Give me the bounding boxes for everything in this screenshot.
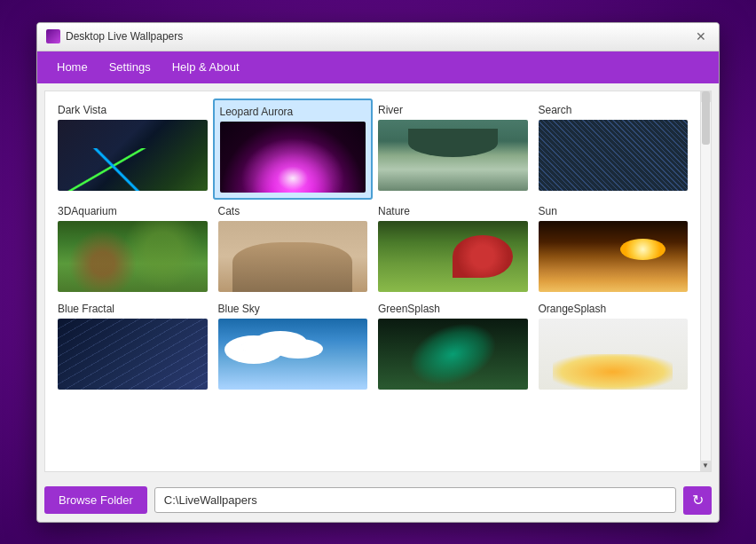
wallpaper-label-dark-vista: Dark Vista xyxy=(58,104,208,116)
wallpaper-label-green-splash: GreenSplash xyxy=(378,303,528,315)
wallpaper-label-cats: Cats xyxy=(218,205,368,217)
wallpaper-item-blue-sky[interactable]: Blue Sky xyxy=(213,297,374,395)
main-window: Desktop Live Wallpapers ✕ Home Settings … xyxy=(36,22,720,523)
wallpaper-label-orange-splash: OrangeSplash xyxy=(539,303,689,315)
menu-item-home[interactable]: Home xyxy=(46,55,98,79)
wallpaper-thumb-green-splash xyxy=(378,319,528,390)
wallpaper-item-orange-splash[interactable]: OrangeSplash xyxy=(533,297,694,395)
wallpaper-label-search: Search xyxy=(539,104,689,116)
wallpaper-item-3daquarium[interactable]: 3DAquarium xyxy=(52,200,213,297)
wallpaper-thumb-search xyxy=(539,120,689,191)
wallpaper-thumb-leopard-aurora xyxy=(220,122,366,193)
scroll-down-arrow[interactable]: ▼ xyxy=(700,461,711,471)
scrollbar-track: ▲ ▼ xyxy=(700,91,711,471)
window-icon xyxy=(46,29,60,43)
refresh-button[interactable]: ↻ xyxy=(683,486,712,515)
wallpaper-thumb-sun xyxy=(539,221,689,292)
wallpaper-thumb-cats xyxy=(218,221,368,292)
wallpaper-thumb-orange-splash xyxy=(539,319,689,390)
wallpaper-grid: Dark Vista Leopard Aurora River Search 3 xyxy=(45,91,700,402)
menu-item-help-about[interactable]: Help & About xyxy=(161,55,250,79)
wallpaper-item-sun[interactable]: Sun xyxy=(533,200,694,297)
wallpaper-label-river: River xyxy=(378,104,528,116)
wallpaper-thumb-river xyxy=(378,120,528,191)
wallpaper-thumb-dark-vista xyxy=(58,120,208,191)
content-inner: Dark Vista Leopard Aurora River Search 3 xyxy=(45,91,711,402)
wallpaper-item-dark-vista[interactable]: Dark Vista xyxy=(52,99,213,200)
wallpaper-label-sun: Sun xyxy=(539,205,689,217)
title-bar-left: Desktop Live Wallpapers xyxy=(46,29,183,43)
path-input[interactable] xyxy=(154,487,676,513)
wallpaper-label-3daquarium: 3DAquarium xyxy=(58,205,208,217)
wallpaper-thumb-nature xyxy=(378,221,528,292)
title-bar: Desktop Live Wallpapers ✕ xyxy=(37,23,719,51)
wallpaper-item-nature[interactable]: Nature xyxy=(373,200,533,297)
wallpaper-label-blue-sky: Blue Sky xyxy=(218,303,368,315)
close-button[interactable]: ✕ xyxy=(692,28,710,45)
wallpaper-item-river[interactable]: River xyxy=(373,99,533,200)
wallpaper-thumb-3daquarium xyxy=(58,221,208,292)
menu-bar: Home Settings Help & About xyxy=(37,51,719,83)
browse-folder-button[interactable]: Browse Folder xyxy=(44,486,147,514)
wallpaper-item-green-splash[interactable]: GreenSplash xyxy=(373,297,533,395)
wallpaper-grid-container: Dark Vista Leopard Aurora River Search 3 xyxy=(44,91,712,472)
wallpaper-label-blue-fractal: Blue Fractal xyxy=(58,303,208,315)
wallpaper-item-leopard-aurora[interactable]: Leopard Aurora xyxy=(213,99,374,200)
menu-item-settings[interactable]: Settings xyxy=(98,55,161,79)
bottom-bar: Browse Folder ↻ xyxy=(37,479,719,522)
wallpaper-thumb-blue-sky xyxy=(218,319,368,390)
wallpaper-label-leopard-aurora: Leopard Aurora xyxy=(220,106,366,118)
wallpaper-label-nature: Nature xyxy=(378,205,528,217)
scrollbar-thumb[interactable] xyxy=(702,91,710,145)
wallpaper-item-blue-fractal[interactable]: Blue Fractal xyxy=(52,297,213,395)
window-title: Desktop Live Wallpapers xyxy=(66,30,183,43)
wallpaper-item-search[interactable]: Search xyxy=(533,99,694,200)
wallpaper-item-cats[interactable]: Cats xyxy=(213,200,374,297)
wallpaper-thumb-blue-fractal xyxy=(58,319,208,390)
